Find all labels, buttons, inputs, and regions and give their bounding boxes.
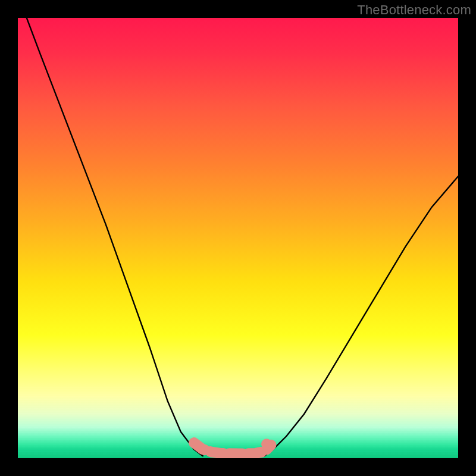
curve-right [264,176,458,456]
curve-svg [18,18,458,458]
marker-group [194,443,271,454]
watermark-text: TheBottleneck.com [357,2,471,18]
marker-segment [194,443,271,454]
marker-dot [261,439,272,449]
curve-left [27,18,203,456]
plot-area [18,18,458,458]
chart-frame: TheBottleneck.com [0,0,476,476]
dot-group [261,439,272,449]
series-group [27,18,458,456]
